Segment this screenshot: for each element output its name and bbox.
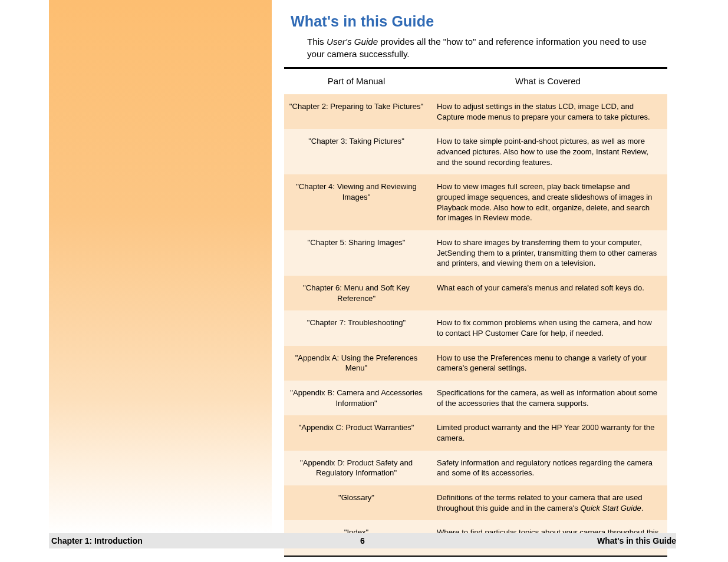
footer-page-number: 6 (49, 536, 676, 546)
cell-part: "Glossary" (284, 485, 429, 520)
table-row: "Chapter 3: Taking Pictures" How to take… (284, 129, 667, 174)
cell-part: "Chapter 3: Taking Pictures" (284, 129, 429, 174)
cell-cov: Safety information and regulatory notice… (429, 451, 667, 485)
cell-part: "Chapter 6: Menu and Soft Key Reference" (284, 276, 429, 310)
cell-cov-italic: Quick Start Guide (580, 504, 641, 513)
col-part-of-manual: Part of Manual (284, 68, 429, 95)
cell-part: "Appendix C: Product Warranties" (284, 415, 429, 450)
cell-part: "Chapter 5: Sharing Images" (284, 230, 429, 276)
table-row: "Chapter 6: Menu and Soft Key Reference"… (284, 276, 667, 310)
cell-cov-suffix: . (641, 504, 644, 513)
section-heading: What's in this Guide (291, 13, 667, 30)
sidebar-gradient (49, 0, 272, 533)
cell-cov: How to adjust settings in the status LCD… (429, 94, 667, 129)
guide-table-container: Part of Manual What is Covered "Chapter … (284, 67, 667, 557)
table-row: "Appendix A: Using the Preferences Menu"… (284, 346, 667, 381)
cell-cov: How to take simple point-and-shoot pictu… (429, 129, 667, 174)
table-row: "Chapter 7: Troubleshooting" How to fix … (284, 310, 667, 345)
table-row: "Appendix B: Camera and Accessories Info… (284, 381, 667, 415)
cell-part: "Chapter 2: Preparing to Take Pictures" (284, 94, 429, 129)
cell-part: "Chapter 4: Viewing and Reviewing Images… (284, 174, 429, 230)
cell-cov: How to view images full screen, play bac… (429, 174, 667, 230)
table-row: "Appendix D: Product Safety and Regulato… (284, 451, 667, 485)
table-row: "Appendix C: Product Warranties" Limited… (284, 415, 667, 450)
table-row: "Glossary" Definitions of the terms rela… (284, 485, 667, 520)
table-row: "Chapter 5: Sharing Images" How to share… (284, 230, 667, 276)
table-row: "Chapter 4: Viewing and Reviewing Images… (284, 174, 667, 230)
main-content: What's in this Guide This User's Guide p… (291, 13, 667, 68)
table-header-row: Part of Manual What is Covered (284, 68, 667, 95)
intro-text-italic: User's Guide (327, 37, 378, 47)
cell-cov: How to share images by transferring them… (429, 230, 667, 276)
cell-part: "Appendix B: Camera and Accessories Info… (284, 381, 429, 415)
footer-right: What's in this Guide (597, 536, 676, 546)
cell-cov: Specifications for the camera, as well a… (429, 381, 667, 415)
cell-cov: What each of your camera's menus and rel… (429, 276, 667, 310)
intro-paragraph: This User's Guide provides all the "how … (307, 36, 655, 60)
table-row: "Chapter 2: Preparing to Take Pictures" … (284, 94, 667, 129)
cell-part: "Appendix D: Product Safety and Regulato… (284, 451, 429, 485)
cell-part: "Chapter 7: Troubleshooting" (284, 310, 429, 345)
cell-cov: How to use the Preferences menu to chang… (429, 346, 667, 381)
cell-cov: How to fix common problems when using th… (429, 310, 667, 345)
guide-table: Part of Manual What is Covered "Chapter … (284, 67, 667, 557)
document-page: What's in this Guide This User's Guide p… (49, 0, 676, 548)
col-what-is-covered: What is Covered (429, 68, 667, 95)
cell-part: "Appendix A: Using the Preferences Menu" (284, 346, 429, 381)
cell-cov: Definitions of the terms related to your… (429, 485, 667, 520)
page-footer: Chapter 1: Introduction 6 What's in this… (49, 533, 676, 548)
intro-text-prefix: This (307, 37, 327, 47)
cell-cov: Limited product warranty and the HP Year… (429, 415, 667, 450)
